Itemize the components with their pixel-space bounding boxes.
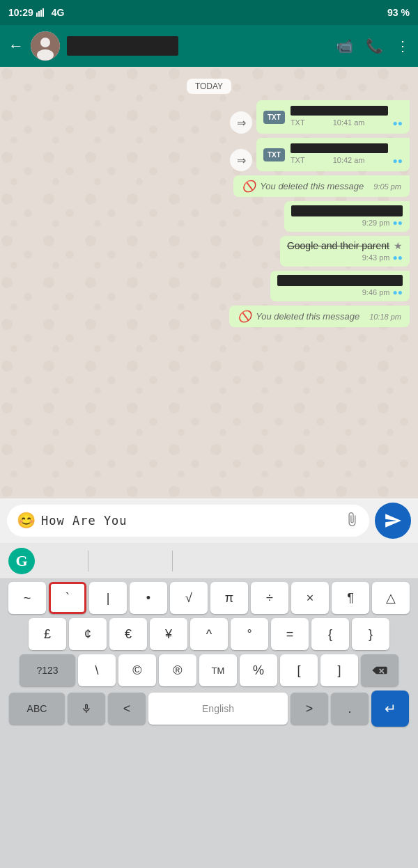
keyboard-row-bottom: ABC < English > . ↵ (3, 691, 415, 727)
voice-call-button[interactable]: 📞 (366, 38, 383, 54)
message-row: Google and their parent ★ 9:43 pm ●● (8, 236, 410, 267)
key-copyright[interactable]: © (118, 654, 156, 686)
menu-button[interactable]: ⋮ (396, 38, 410, 54)
key-degree[interactable]: ° (231, 618, 268, 650)
read-ticks: ●● (393, 253, 403, 262)
file-type-label: TXT (268, 151, 281, 159)
key-close-brace[interactable]: } (352, 618, 389, 650)
message-time: 10:18 pm (369, 313, 401, 321)
message-time: 9:46 pm (362, 288, 390, 297)
file-message[interactable]: TXT TXT 10:41 am ●● (256, 100, 410, 134)
deleted-message: 🚫 You deleted this message 9:05 pm (233, 175, 410, 197)
svg-point-6 (37, 49, 54, 61)
message-time: 10:42 am (333, 156, 365, 166)
attach-button[interactable] (344, 512, 359, 530)
file-info: TXT 10:41 am ●● (291, 106, 403, 128)
abc-label: ABC (27, 703, 47, 714)
key-registered[interactable]: ® (159, 654, 196, 686)
key-pilcrow[interactable]: ¶ (332, 582, 369, 614)
key-open-brace[interactable]: { (311, 618, 349, 650)
message-row: 🚫 You deleted this message 10:18 pm (8, 306, 410, 327)
key-equals[interactable]: = (271, 618, 309, 650)
key-less-than[interactable]: < (108, 693, 146, 725)
message-row: 9:29 pm ●● (8, 201, 410, 232)
file-type-label: TXT (268, 113, 281, 121)
key-bullet[interactable]: • (130, 582, 167, 614)
key-backspace[interactable] (361, 654, 398, 686)
key-mic[interactable] (68, 693, 105, 725)
text-message[interactable]: 9:46 pm ●● (270, 271, 410, 301)
divider (172, 551, 173, 571)
divider (88, 551, 88, 571)
grammarly-logo[interactable]: G (8, 548, 35, 574)
status-right: 93 % (387, 7, 410, 18)
key-pound[interactable]: £ (29, 618, 66, 650)
chat-area: TODAY ⇒ TXT TXT 10:41 am ●● ⇒ TXT (0, 67, 418, 498)
send-button[interactable] (375, 503, 411, 539)
key-period[interactable]: . (331, 693, 369, 725)
video-call-button[interactable]: 📹 (336, 38, 353, 54)
deleted-message: 🚫 You deleted this message 10:18 pm (229, 306, 410, 327)
message-input-box[interactable]: 😊 How Are You (7, 505, 369, 537)
key-pi[interactable]: π (210, 582, 248, 614)
key-close-bracket[interactable]: ] (320, 654, 358, 686)
text-message[interactable]: 9:29 pm ●● (284, 201, 410, 232)
key-abc[interactable]: ABC (9, 693, 65, 725)
key-yen[interactable]: ¥ (150, 618, 187, 650)
avatar[interactable] (31, 31, 60, 61)
key-triangle[interactable]: △ (372, 582, 410, 614)
space-label: English (202, 703, 234, 714)
greater-than-label: > (306, 702, 314, 716)
message-row: 🚫 You deleted this message 9:05 pm (8, 175, 410, 197)
message-time: 9:29 pm (362, 219, 390, 227)
svg-point-5 (40, 38, 50, 47)
svg-rect-2 (40, 10, 42, 17)
file-meta: TXT 10:42 am ●● (291, 156, 403, 166)
file-info: TXT 10:42 am ●● (291, 143, 403, 166)
message-row: ⇒ TXT TXT 10:42 am ●● (8, 138, 410, 171)
forward-icon[interactable]: ⇒ (230, 111, 252, 134)
message-time: 9:43 pm (362, 253, 390, 262)
key-numbers[interactable]: ?123 (20, 654, 75, 686)
battery-label: 93 % (387, 7, 410, 18)
period-label: . (348, 702, 351, 716)
key-open-bracket[interactable]: [ (280, 654, 318, 686)
key-multiply[interactable]: × (291, 582, 329, 614)
key-backtick[interactable]: ` (49, 582, 86, 614)
message-footer: 9:29 pm ●● (291, 218, 403, 228)
deleted-icon: 🚫 (242, 180, 256, 193)
key-enter[interactable]: ↵ (371, 691, 409, 727)
key-sqrt[interactable]: √ (170, 582, 208, 614)
back-button[interactable]: ← (8, 37, 24, 55)
keyboard-main: ~ ` | • √ π ÷ × ¶ △ £ ¢ € ¥ ^ ° = { } ?1… (0, 579, 418, 727)
status-left: 10:29 4G (8, 7, 65, 18)
file-name-redacted (291, 143, 388, 153)
file-message[interactable]: TXT TXT 10:42 am ●● (256, 138, 410, 171)
text-message[interactable]: Google and their parent ★ 9:43 pm ●● (280, 236, 410, 267)
key-backslash[interactable]: \ (78, 654, 116, 686)
deleted-icon: 🚫 (238, 310, 251, 323)
key-euro[interactable]: € (109, 618, 147, 650)
message-footer: 9:46 pm ●● (277, 287, 403, 297)
status-bar: 10:29 4G 93 % (0, 0, 418, 25)
emoji-button[interactable]: 😊 (17, 512, 36, 530)
read-ticks: ●● (393, 218, 403, 228)
time-display: 10:29 (8, 7, 33, 18)
key-pipe[interactable]: | (89, 582, 127, 614)
file-type-icon: TXT (263, 148, 285, 161)
forward-icon[interactable]: ⇒ (230, 149, 252, 171)
svg-rect-0 (36, 13, 38, 17)
key-trademark[interactable]: TM (199, 654, 237, 686)
key-tilde[interactable]: ~ (8, 582, 46, 614)
key-percent[interactable]: % (240, 654, 277, 686)
key-cent[interactable]: ¢ (69, 618, 107, 650)
key-greater-than[interactable]: > (291, 693, 328, 725)
key-caret[interactable]: ^ (190, 618, 228, 650)
grammarly-dividers (46, 551, 410, 571)
network-label: 4G (52, 7, 65, 18)
read-ticks: ●● (392, 118, 403, 128)
key-divide[interactable]: ÷ (251, 582, 288, 614)
message-text[interactable]: How Are You (41, 514, 339, 528)
date-badge: TODAY (8, 79, 410, 92)
key-space[interactable]: English (148, 693, 288, 725)
